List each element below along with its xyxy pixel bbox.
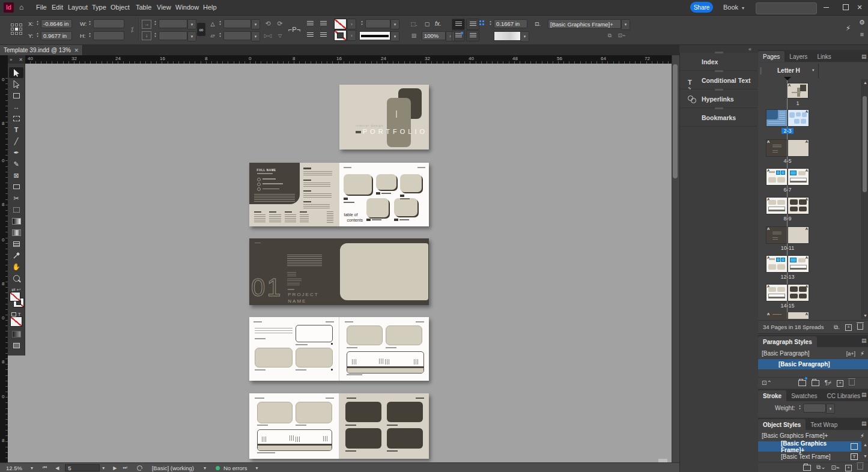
stroke-menu-icon[interactable]: ▤ <box>861 392 867 398</box>
scale-x-field[interactable] <box>159 19 187 28</box>
y-field[interactable]: 0.9677 in <box>41 31 72 40</box>
align-distribute-icon-4[interactable] <box>318 31 328 39</box>
flip-horizontal-icon[interactable]: ▷◁ <box>263 31 273 40</box>
scroll-down-icon[interactable]: ▼ <box>863 454 867 458</box>
pages-label-6-7[interactable]: 6-7 <box>766 187 809 193</box>
minimize-button[interactable] <box>818 0 834 14</box>
object-styles-menu-icon[interactable]: ▤ <box>861 420 867 426</box>
delete-style-icon[interactable] <box>857 464 863 471</box>
spread-6-7[interactable] <box>249 317 429 381</box>
page-9[interactable] <box>339 393 429 459</box>
pages-panel-menu-icon[interactable]: ▤ <box>861 53 867 59</box>
preflight-gauge-icon[interactable] <box>137 465 142 471</box>
pasteboard-canvas[interactable]: interior design PORTFOLIO FULL NAME <box>8 64 672 462</box>
menu-layout[interactable]: Layout <box>68 4 88 11</box>
constrain-scale-link-icon[interactable]: ∞ <box>197 23 205 36</box>
vertical-ruler[interactable] <box>0 55 8 462</box>
menu-help[interactable]: Help <box>203 4 217 11</box>
pages-thumbnail-6-7[interactable]: A A <box>766 169 809 185</box>
toc-thumb-1[interactable] <box>344 174 371 195</box>
object-style-row-text[interactable]: [Basic Text Frame] T <box>758 452 861 462</box>
master-page-name[interactable]: Letter H <box>777 67 800 74</box>
toc-thumb-4[interactable] <box>366 198 389 217</box>
spread-2-3[interactable]: FULL NAME <box>249 163 429 226</box>
previous-page-icon[interactable]: ◀ <box>55 465 59 471</box>
gap-field[interactable]: 0.1667 in <box>494 19 527 28</box>
pages-thumbnail-8-9[interactable]: A A <box>766 198 809 214</box>
first-page-icon[interactable]: ⏮ <box>43 465 47 471</box>
errors-dropdown-icon[interactable]: ▾ <box>256 465 258 471</box>
panel-button-bookmarks[interactable]: Bookmarks <box>681 109 757 127</box>
corner-options-icon[interactable]: ⬚. <box>410 20 418 28</box>
eyedropper-tool[interactable] <box>9 250 23 261</box>
image-frame-dark[interactable] <box>345 428 381 449</box>
share-button[interactable]: Share <box>690 2 713 13</box>
menu-file[interactable]: File <box>36 4 47 11</box>
pages-thumbnail-14-15[interactable]: A A <box>766 285 809 301</box>
gap-stepper[interactable] <box>488 20 493 25</box>
image-frame-dark[interactable] <box>387 428 423 449</box>
screen-mode-button[interactable] <box>9 340 23 351</box>
object-style-field[interactable]: [Basic Graphics Frame]+ <box>548 19 621 29</box>
select-container-p-button[interactable]: ⌐P¬ <box>289 23 300 36</box>
shear-stepper[interactable] <box>217 32 223 37</box>
opacity-field[interactable]: 100% <box>422 31 446 40</box>
panel-button-conditional-text[interactable]: T Conditional Text <box>681 71 757 89</box>
type-tool[interactable]: T <box>9 124 23 135</box>
pages-label-10-11[interactable]: 10-11 <box>766 245 809 251</box>
align-distribute-icon-1[interactable] <box>305 20 315 28</box>
menu-window[interactable]: Window <box>175 4 199 11</box>
fill-flyout[interactable]: › <box>347 19 356 29</box>
stroke-weight-panel-stepper[interactable] <box>797 404 803 410</box>
toc-thumb-3[interactable] <box>400 174 422 192</box>
collapse-panels-icon[interactable]: « <box>748 46 751 52</box>
pages-thumbnail-2-3[interactable]: A A <box>766 110 809 126</box>
panel-button-hyperlinks[interactable]: Hyperlinks <box>681 90 757 108</box>
pages-thumbnail-1[interactable]: A <box>788 83 808 98</box>
preflight-status-text[interactable]: No errors <box>223 465 247 471</box>
resume-dark-panel[interactable]: FULL NAME <box>249 163 300 204</box>
document-tab[interactable]: Template 39.indd @ 13% ✕ <box>0 45 83 55</box>
spread-4-5[interactable]: 01 PROJECTNAME <box>249 238 429 305</box>
preflight-dropdown-icon[interactable]: ▾ <box>204 465 206 471</box>
w-stepper[interactable] <box>87 20 93 25</box>
pages-label-14-15[interactable]: 14-15 <box>766 303 809 309</box>
pages-label-2-3[interactable]: 2-3 <box>766 128 809 134</box>
corner-shape-icon[interactable]: ▢ <box>423 20 431 28</box>
y-stepper[interactable] <box>35 32 40 37</box>
scale-y-field[interactable] <box>159 31 187 40</box>
scissors-tool[interactable]: ✂ <box>9 193 23 204</box>
x-field[interactable]: -0.8646 in <box>41 19 72 28</box>
search-input[interactable] <box>756 2 817 14</box>
book-dropdown[interactable]: Book <box>723 4 744 11</box>
content-collector-tool[interactable] <box>9 113 23 124</box>
tab-links[interactable]: Links <box>812 51 836 62</box>
constrain-dimensions-icon[interactable]: ⁒ <box>128 24 136 35</box>
cover-taupe-shape[interactable] <box>387 98 411 147</box>
h-field[interactable] <box>93 31 124 40</box>
next-page-icon[interactable]: ▶ <box>113 465 117 471</box>
canvas-scrollbar-thumb[interactable] <box>673 64 678 178</box>
h-stepper[interactable] <box>87 32 93 37</box>
tools-close-icon[interactable]: ✕ <box>19 57 23 62</box>
pages-thumbnail-12-13[interactable]: A A <box>766 256 809 272</box>
zoom-dropdown-icon[interactable]: ▾ <box>31 465 33 471</box>
tab-text-wrap[interactable]: Text Wrap <box>806 419 842 430</box>
pages-scrollbar-thumb[interactable] <box>863 96 867 192</box>
page-3[interactable]: table ofcontents <box>339 163 429 226</box>
clear-attributes-icon[interactable]: ⊡⌁ <box>831 464 840 471</box>
home-icon[interactable]: ⌂ <box>19 3 23 11</box>
stroke-weight-stepper[interactable] <box>359 20 365 25</box>
style-lightning-icon[interactable]: ⚡ <box>860 432 864 439</box>
pages-label-1[interactable]: 1 <box>788 100 808 106</box>
menu-table[interactable]: Table <box>136 4 151 11</box>
new-spread-icon[interactable]: + <box>845 323 852 331</box>
gradient-swatch-tool[interactable] <box>9 216 23 226</box>
tab-layers[interactable]: Layers <box>785 51 812 62</box>
tab-paragraph-styles[interactable]: Paragraph Styles <box>758 336 817 347</box>
line-tool[interactable]: ╱ <box>9 136 23 147</box>
tab-swatches[interactable]: Swatches <box>786 390 822 401</box>
hand-tool[interactable]: ✋ <box>9 261 23 272</box>
image-frame-dark[interactable] <box>387 402 423 422</box>
tab-pages[interactable]: Pages <box>758 51 785 62</box>
